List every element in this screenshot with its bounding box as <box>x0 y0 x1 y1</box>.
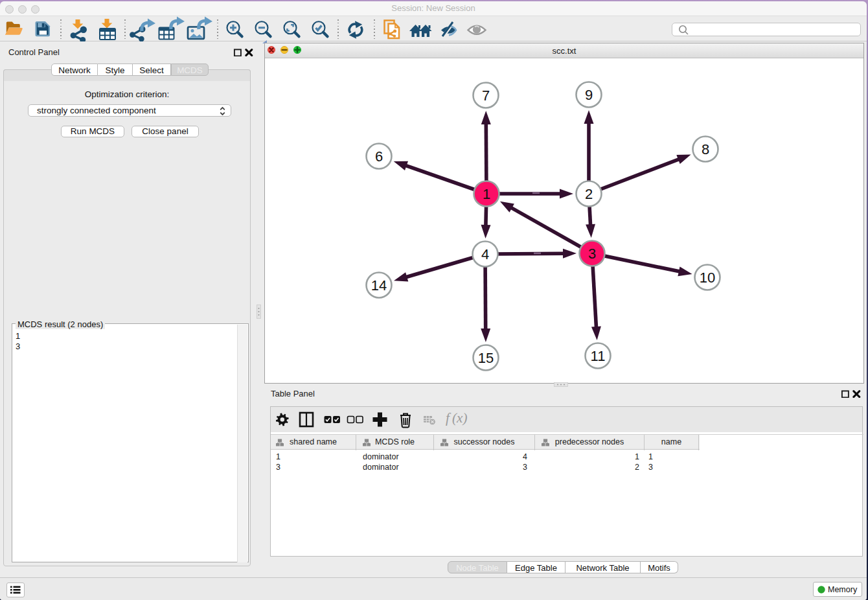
svg-text:2: 2 <box>585 186 593 202</box>
svg-text:10: 10 <box>700 270 715 286</box>
svg-text:11: 11 <box>591 348 606 364</box>
svg-text:9: 9 <box>585 87 593 103</box>
svg-text:15: 15 <box>478 350 494 366</box>
svg-text:6: 6 <box>375 148 383 165</box>
svg-text:1: 1 <box>483 186 490 202</box>
svg-text:7: 7 <box>482 87 490 104</box>
svg-text:14: 14 <box>371 277 387 294</box>
svg-text:4: 4 <box>481 246 489 262</box>
svg-text:8: 8 <box>702 141 709 157</box>
svg-text:3: 3 <box>588 246 596 262</box>
